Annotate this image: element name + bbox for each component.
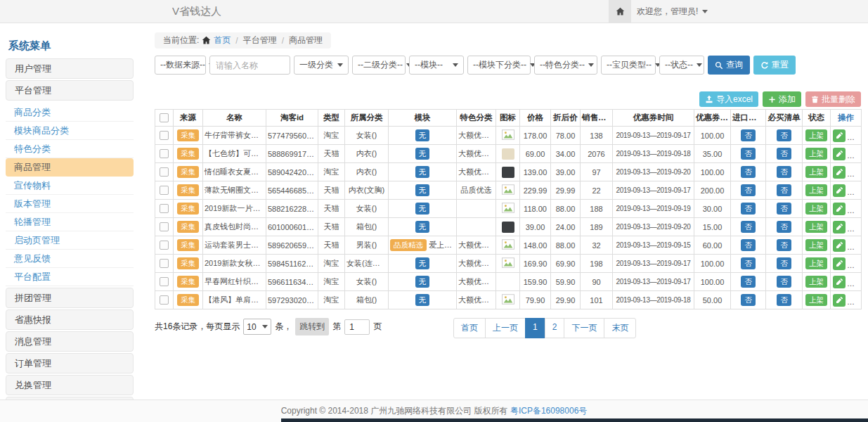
- jump-button[interactable]: 跳转到: [295, 318, 329, 335]
- per-page-select[interactable]: 10: [243, 319, 271, 335]
- import-select-badge[interactable]: 否: [741, 221, 756, 233]
- sidebar-item[interactable]: 订单管理: [6, 353, 134, 373]
- pager-first[interactable]: 首页: [453, 318, 486, 338]
- name-search-input[interactable]: [209, 56, 290, 75]
- sidebar-subitem[interactable]: 启动页管理: [6, 231, 134, 250]
- row-checkbox[interactable]: [160, 241, 169, 250]
- edit-button[interactable]: [833, 276, 846, 288]
- module-text: 爱上运动: [427, 241, 457, 249]
- import-select-badge[interactable]: 否: [741, 294, 756, 306]
- filter-select[interactable]: --宝贝类型--: [601, 56, 656, 75]
- filter-select[interactable]: --模块--: [409, 56, 464, 75]
- must-buy-badge[interactable]: 否: [777, 203, 791, 215]
- sidebar-item[interactable]: 拼团管理: [6, 288, 134, 308]
- edit-button[interactable]: [833, 294, 846, 307]
- sales-count-cell: 101: [581, 291, 613, 309]
- status-badge[interactable]: 上架: [805, 257, 827, 269]
- must-buy-badge[interactable]: 否: [777, 184, 791, 196]
- filter-select-data-source[interactable]: --数据来源--: [155, 56, 206, 75]
- filter-select[interactable]: --状态--: [659, 56, 704, 75]
- row-checkbox[interactable]: [160, 295, 169, 305]
- pager-last[interactable]: 末页: [604, 318, 636, 338]
- row-checkbox[interactable]: [160, 277, 169, 286]
- status-badge[interactable]: 上架: [805, 239, 827, 251]
- must-buy-badge[interactable]: 否: [777, 239, 791, 251]
- sidebar-subitem[interactable]: 版本管理: [6, 195, 134, 213]
- status-badge[interactable]: 上架: [805, 184, 827, 196]
- sidebar-subitem-active[interactable]: 商品管理: [6, 158, 134, 177]
- row-checkbox[interactable]: [160, 149, 169, 158]
- import-select-badge[interactable]: 否: [741, 257, 756, 269]
- sidebar-subitem[interactable]: 轮播管理: [6, 213, 134, 231]
- search-button[interactable]: 查询: [708, 56, 750, 75]
- reset-button[interactable]: 重置: [753, 56, 796, 75]
- status-badge[interactable]: 上架: [805, 221, 827, 233]
- must-buy-badge[interactable]: 否: [777, 294, 791, 306]
- sidebar-item[interactable]: 平台管理: [6, 80, 134, 101]
- main-content: 当前位置: 首页 / 平台管理 / 商品管理 --数据来源--一级分类--二级分…: [155, 32, 861, 422]
- import-select-badge[interactable]: 否: [741, 239, 756, 251]
- must-buy-badge[interactable]: 否: [777, 166, 791, 178]
- row-checkbox[interactable]: [160, 259, 169, 268]
- row-checkbox[interactable]: [160, 167, 169, 177]
- status-badge[interactable]: 上架: [805, 203, 827, 215]
- filter-select[interactable]: --模块下分类--: [467, 56, 531, 75]
- sidebar-subitem[interactable]: 宣传物料: [6, 177, 134, 195]
- home-button[interactable]: [609, 0, 631, 23]
- sidebar-subitem[interactable]: 特色分类: [6, 140, 134, 158]
- pager-page[interactable]: 2: [545, 318, 565, 338]
- import-select-badge[interactable]: 否: [741, 148, 756, 160]
- sidebar-subitem[interactable]: 平台配置: [6, 268, 134, 286]
- row-checkbox[interactable]: [160, 131, 169, 140]
- sidebar-subitem[interactable]: 意见反馈: [6, 250, 134, 268]
- sidebar-item[interactable]: 用户管理: [6, 58, 134, 79]
- sidebar-item[interactable]: 消息管理: [6, 331, 134, 352]
- icp-link[interactable]: 粤ICP备16098006号: [510, 406, 587, 416]
- sidebar-item[interactable]: 兑换管理: [6, 375, 134, 395]
- must-buy-badge[interactable]: 否: [777, 148, 791, 160]
- pager-next[interactable]: 下一页: [564, 318, 604, 338]
- add-button[interactable]: 添加: [763, 91, 801, 107]
- import-excel-button[interactable]: 导入excel: [699, 91, 758, 107]
- edit-button[interactable]: [833, 221, 846, 234]
- import-select-badge[interactable]: 否: [741, 129, 756, 141]
- select-all-checkbox[interactable]: [160, 113, 169, 122]
- filter-select[interactable]: 一级分类: [294, 56, 349, 75]
- sidebar-subitem[interactable]: 模块商品分类: [6, 122, 134, 140]
- sidebar-item[interactable]: 省惠快报: [6, 309, 134, 330]
- edit-button[interactable]: [833, 166, 846, 179]
- batch-delete-button[interactable]: 批量删除: [805, 91, 861, 107]
- row-checkbox[interactable]: [160, 186, 169, 195]
- edit-button[interactable]: [833, 184, 846, 197]
- status-badge[interactable]: 上架: [805, 294, 827, 306]
- edit-button[interactable]: [833, 203, 846, 215]
- breadcrumb-home-link[interactable]: 首页: [214, 34, 231, 46]
- sidebar-subitem[interactable]: 商品分类: [6, 103, 134, 122]
- status-badge[interactable]: 上架: [805, 148, 827, 160]
- import-select-badge[interactable]: 否: [741, 203, 756, 215]
- edit-button[interactable]: [833, 148, 846, 160]
- pager-prev[interactable]: 上一页: [485, 318, 526, 338]
- must-buy-badge[interactable]: 否: [777, 257, 791, 269]
- must-buy-badge[interactable]: 否: [777, 221, 791, 233]
- filter-select[interactable]: --特色分类--: [534, 56, 597, 75]
- row-checkbox[interactable]: [160, 204, 169, 213]
- must-buy-badge[interactable]: 否: [777, 129, 791, 141]
- status-badge[interactable]: 上架: [805, 166, 827, 178]
- import-select-badge[interactable]: 否: [741, 276, 756, 288]
- status-badge[interactable]: 上架: [805, 129, 827, 141]
- column-header: 操作: [831, 110, 862, 127]
- user-menu[interactable]: 欢迎您，管理员!: [637, 0, 708, 23]
- row-checkbox[interactable]: [160, 222, 169, 231]
- edit-button[interactable]: [833, 129, 846, 142]
- edit-button[interactable]: [833, 257, 846, 270]
- page-number-input[interactable]: [344, 319, 370, 335]
- filter-select[interactable]: --二级分类--: [352, 56, 406, 75]
- import-select-badge[interactable]: 否: [741, 166, 756, 178]
- pager-page[interactable]: 1: [525, 318, 545, 338]
- import-select-badge[interactable]: 否: [741, 184, 756, 196]
- discount-price-cell: 29.90: [551, 291, 581, 309]
- must-buy-badge[interactable]: 否: [777, 276, 791, 288]
- status-badge[interactable]: 上架: [805, 276, 827, 288]
- edit-button[interactable]: [833, 239, 846, 252]
